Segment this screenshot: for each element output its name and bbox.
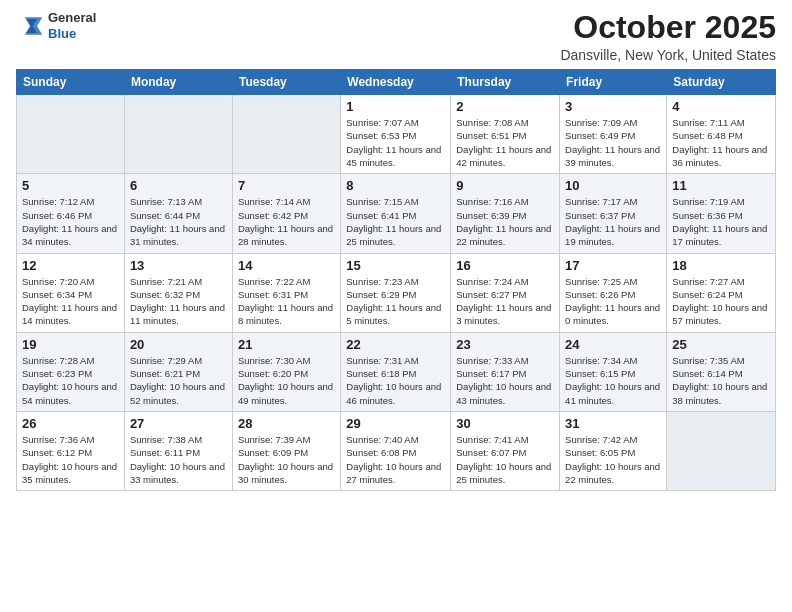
- day-info: Sunrise: 7:34 AMSunset: 6:15 PMDaylight:…: [565, 354, 661, 407]
- day-header-thursday: Thursday: [451, 70, 560, 95]
- calendar-cell: 9Sunrise: 7:16 AMSunset: 6:39 PMDaylight…: [451, 174, 560, 253]
- logo-icon: [16, 12, 44, 40]
- day-info: Sunrise: 7:20 AMSunset: 6:34 PMDaylight:…: [22, 275, 119, 328]
- day-info: Sunrise: 7:16 AMSunset: 6:39 PMDaylight:…: [456, 195, 554, 248]
- day-info: Sunrise: 7:15 AMSunset: 6:41 PMDaylight:…: [346, 195, 445, 248]
- day-info: Sunrise: 7:29 AMSunset: 6:21 PMDaylight:…: [130, 354, 227, 407]
- calendar-cell: 22Sunrise: 7:31 AMSunset: 6:18 PMDayligh…: [341, 332, 451, 411]
- day-info: Sunrise: 7:23 AMSunset: 6:29 PMDaylight:…: [346, 275, 445, 328]
- day-number: 10: [565, 178, 661, 193]
- calendar: SundayMondayTuesdayWednesdayThursdayFrid…: [16, 69, 776, 491]
- day-header-tuesday: Tuesday: [232, 70, 340, 95]
- day-number: 22: [346, 337, 445, 352]
- calendar-cell: [17, 95, 125, 174]
- calendar-cell: [124, 95, 232, 174]
- day-number: 18: [672, 258, 770, 273]
- calendar-cell: 28Sunrise: 7:39 AMSunset: 6:09 PMDayligh…: [232, 411, 340, 490]
- day-info: Sunrise: 7:24 AMSunset: 6:27 PMDaylight:…: [456, 275, 554, 328]
- day-number: 4: [672, 99, 770, 114]
- calendar-cell: [667, 411, 776, 490]
- calendar-cell: 30Sunrise: 7:41 AMSunset: 6:07 PMDayligh…: [451, 411, 560, 490]
- day-number: 2: [456, 99, 554, 114]
- day-number: 30: [456, 416, 554, 431]
- day-number: 13: [130, 258, 227, 273]
- day-info: Sunrise: 7:21 AMSunset: 6:32 PMDaylight:…: [130, 275, 227, 328]
- calendar-cell: 2Sunrise: 7:08 AMSunset: 6:51 PMDaylight…: [451, 95, 560, 174]
- day-info: Sunrise: 7:28 AMSunset: 6:23 PMDaylight:…: [22, 354, 119, 407]
- day-number: 24: [565, 337, 661, 352]
- day-header-sunday: Sunday: [17, 70, 125, 95]
- page: { "logo": { "general": "General", "blue"…: [0, 0, 792, 612]
- calendar-cell: 13Sunrise: 7:21 AMSunset: 6:32 PMDayligh…: [124, 253, 232, 332]
- day-number: 6: [130, 178, 227, 193]
- day-number: 17: [565, 258, 661, 273]
- day-number: 28: [238, 416, 335, 431]
- day-info: Sunrise: 7:11 AMSunset: 6:48 PMDaylight:…: [672, 116, 770, 169]
- day-info: Sunrise: 7:41 AMSunset: 6:07 PMDaylight:…: [456, 433, 554, 486]
- calendar-cell: 23Sunrise: 7:33 AMSunset: 6:17 PMDayligh…: [451, 332, 560, 411]
- calendar-cell: 27Sunrise: 7:38 AMSunset: 6:11 PMDayligh…: [124, 411, 232, 490]
- calendar-cell: 15Sunrise: 7:23 AMSunset: 6:29 PMDayligh…: [341, 253, 451, 332]
- calendar-cell: 31Sunrise: 7:42 AMSunset: 6:05 PMDayligh…: [560, 411, 667, 490]
- week-row-5: 26Sunrise: 7:36 AMSunset: 6:12 PMDayligh…: [17, 411, 776, 490]
- day-number: 21: [238, 337, 335, 352]
- day-number: 3: [565, 99, 661, 114]
- calendar-cell: 26Sunrise: 7:36 AMSunset: 6:12 PMDayligh…: [17, 411, 125, 490]
- day-number: 29: [346, 416, 445, 431]
- logo: General Blue: [16, 10, 96, 41]
- day-info: Sunrise: 7:36 AMSunset: 6:12 PMDaylight:…: [22, 433, 119, 486]
- day-header-saturday: Saturday: [667, 70, 776, 95]
- day-number: 11: [672, 178, 770, 193]
- calendar-cell: 25Sunrise: 7:35 AMSunset: 6:14 PMDayligh…: [667, 332, 776, 411]
- calendar-cell: 17Sunrise: 7:25 AMSunset: 6:26 PMDayligh…: [560, 253, 667, 332]
- day-info: Sunrise: 7:09 AMSunset: 6:49 PMDaylight:…: [565, 116, 661, 169]
- day-info: Sunrise: 7:33 AMSunset: 6:17 PMDaylight:…: [456, 354, 554, 407]
- calendar-cell: 16Sunrise: 7:24 AMSunset: 6:27 PMDayligh…: [451, 253, 560, 332]
- logo-text: General Blue: [48, 10, 96, 41]
- day-info: Sunrise: 7:22 AMSunset: 6:31 PMDaylight:…: [238, 275, 335, 328]
- day-number: 26: [22, 416, 119, 431]
- day-info: Sunrise: 7:19 AMSunset: 6:36 PMDaylight:…: [672, 195, 770, 248]
- calendar-cell: 4Sunrise: 7:11 AMSunset: 6:48 PMDaylight…: [667, 95, 776, 174]
- day-info: Sunrise: 7:08 AMSunset: 6:51 PMDaylight:…: [456, 116, 554, 169]
- day-number: 5: [22, 178, 119, 193]
- calendar-cell: 10Sunrise: 7:17 AMSunset: 6:37 PMDayligh…: [560, 174, 667, 253]
- calendar-cell: 19Sunrise: 7:28 AMSunset: 6:23 PMDayligh…: [17, 332, 125, 411]
- calendar-cell: 20Sunrise: 7:29 AMSunset: 6:21 PMDayligh…: [124, 332, 232, 411]
- header: General Blue October 2025 Dansville, New…: [16, 10, 776, 63]
- day-number: 31: [565, 416, 661, 431]
- day-header-friday: Friday: [560, 70, 667, 95]
- day-info: Sunrise: 7:35 AMSunset: 6:14 PMDaylight:…: [672, 354, 770, 407]
- calendar-header-row: SundayMondayTuesdayWednesdayThursdayFrid…: [17, 70, 776, 95]
- day-info: Sunrise: 7:27 AMSunset: 6:24 PMDaylight:…: [672, 275, 770, 328]
- calendar-cell: 24Sunrise: 7:34 AMSunset: 6:15 PMDayligh…: [560, 332, 667, 411]
- day-info: Sunrise: 7:13 AMSunset: 6:44 PMDaylight:…: [130, 195, 227, 248]
- week-row-1: 1Sunrise: 7:07 AMSunset: 6:53 PMDaylight…: [17, 95, 776, 174]
- day-number: 14: [238, 258, 335, 273]
- day-info: Sunrise: 7:12 AMSunset: 6:46 PMDaylight:…: [22, 195, 119, 248]
- day-info: Sunrise: 7:42 AMSunset: 6:05 PMDaylight:…: [565, 433, 661, 486]
- day-number: 8: [346, 178, 445, 193]
- week-row-3: 12Sunrise: 7:20 AMSunset: 6:34 PMDayligh…: [17, 253, 776, 332]
- day-number: 9: [456, 178, 554, 193]
- day-number: 12: [22, 258, 119, 273]
- day-info: Sunrise: 7:30 AMSunset: 6:20 PMDaylight:…: [238, 354, 335, 407]
- day-number: 19: [22, 337, 119, 352]
- day-number: 20: [130, 337, 227, 352]
- calendar-cell: 11Sunrise: 7:19 AMSunset: 6:36 PMDayligh…: [667, 174, 776, 253]
- logo-blue: Blue: [48, 26, 76, 41]
- day-number: 27: [130, 416, 227, 431]
- day-info: Sunrise: 7:39 AMSunset: 6:09 PMDaylight:…: [238, 433, 335, 486]
- day-info: Sunrise: 7:31 AMSunset: 6:18 PMDaylight:…: [346, 354, 445, 407]
- calendar-cell: 29Sunrise: 7:40 AMSunset: 6:08 PMDayligh…: [341, 411, 451, 490]
- calendar-cell: 1Sunrise: 7:07 AMSunset: 6:53 PMDaylight…: [341, 95, 451, 174]
- title-month: October 2025: [560, 10, 776, 45]
- week-row-4: 19Sunrise: 7:28 AMSunset: 6:23 PMDayligh…: [17, 332, 776, 411]
- calendar-cell: 6Sunrise: 7:13 AMSunset: 6:44 PMDaylight…: [124, 174, 232, 253]
- day-info: Sunrise: 7:17 AMSunset: 6:37 PMDaylight:…: [565, 195, 661, 248]
- day-number: 7: [238, 178, 335, 193]
- day-number: 23: [456, 337, 554, 352]
- title-location: Dansville, New York, United States: [560, 47, 776, 63]
- day-info: Sunrise: 7:25 AMSunset: 6:26 PMDaylight:…: [565, 275, 661, 328]
- calendar-cell: 7Sunrise: 7:14 AMSunset: 6:42 PMDaylight…: [232, 174, 340, 253]
